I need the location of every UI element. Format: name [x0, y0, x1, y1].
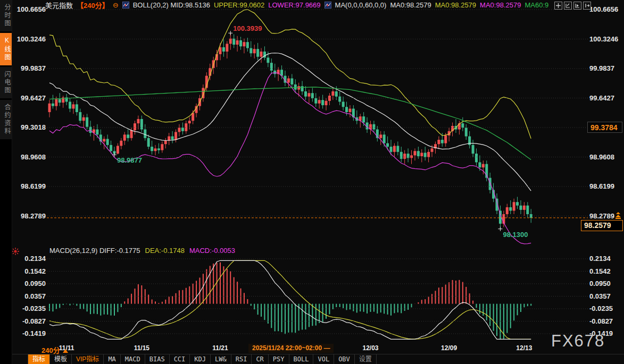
macd-axis-label-right: 0.0950	[589, 280, 623, 287]
low-annotation: 98.1300	[503, 231, 528, 239]
toolbar-button[interactable]: BIAS	[145, 354, 170, 364]
toolbar-button[interactable]: 指标	[28, 354, 50, 364]
alert-icon	[11, 247, 20, 256]
macd-axis-label: -0.1419	[15, 329, 46, 337]
chart-header: 美元指数 【240分】 ⊖ BOLL(20,2) MID:98.5136 UPP…	[45, 1, 548, 9]
toolbar-button[interactable]: CR	[252, 354, 268, 364]
macd-hist-value: MACD:-0.0053	[189, 247, 235, 255]
macd-axis-label: 0.2134	[15, 255, 46, 263]
y-axis-label-right: 100.3246	[589, 35, 623, 43]
trading-app-window: 分时图K线图闪电图合约资料 美元指数 【240分】 ⊖ BOLL(20,2) M…	[0, 0, 624, 364]
toolbar-button[interactable]: PSY	[269, 354, 289, 364]
y-axis-label-right: 98.6199	[589, 182, 623, 190]
boll-upper-value: UPPER:99.0602	[214, 1, 264, 9]
reference-price-box: 99.3784	[587, 122, 622, 133]
y-axis-label-right: 99.6427	[589, 94, 623, 102]
axis-zoom-icon[interactable]	[564, 2, 572, 10]
y-axis-label-right: 98.9608	[589, 153, 623, 161]
y-axis-label: 99.3018	[15, 123, 46, 131]
y-axis-label-right: 99.9837	[589, 64, 623, 72]
macd-header: MACD(26,12,9) DIFF:-0.1775 DEA:-0.1748 M…	[49, 247, 235, 255]
sidebar-tab-item[interactable]: 闪电图	[0, 67, 12, 98]
ma-indicator-icon	[325, 2, 331, 9]
chart-tools	[554, 2, 591, 10]
y-axis-label-right: 100.6656	[589, 5, 623, 13]
scroll-to-latest-icon[interactable]	[614, 212, 621, 219]
toolbar-button[interactable]: LW&	[211, 354, 231, 364]
toolbar-button[interactable]: MA	[104, 354, 120, 364]
boll-mid-value: BOLL(20,2) MID:98.5136	[133, 1, 210, 9]
macd-axis-label-right: -0.0827	[589, 317, 623, 325]
y-axis-label: 98.2789	[15, 212, 46, 220]
ma-params: MA(0,0,0,60,0,0)	[335, 1, 387, 9]
x-axis-label: 12/03	[362, 344, 378, 352]
pop-out-icon[interactable]	[583, 2, 591, 10]
toolbar-button[interactable]: VOL	[313, 354, 334, 364]
boll-lower-value: LOWER:97.9669	[268, 1, 320, 9]
main-pane[interactable]	[48, 10, 533, 244]
selected-candle-range: 2025/11/24 22:00~02:00 —	[248, 344, 334, 353]
period-up-triangle-icon	[63, 349, 68, 353]
toolbar-button[interactable]: CCI	[170, 354, 190, 364]
sidebar-tab-item[interactable]: 分时图	[0, 0, 12, 31]
ma0-magenta-value: MA0:98.2579	[480, 1, 521, 9]
auto-scroll-icon[interactable]	[573, 2, 581, 10]
candlestick-chart[interactable]	[0, 0, 624, 364]
ma0-white-value: MA0:98.2579	[390, 1, 431, 9]
y-axis-label: 100.6656	[15, 5, 46, 13]
ma60-value: MA60:9	[525, 1, 548, 9]
macd-axis-label-right: 0.2134	[589, 255, 623, 263]
macd-dea-value: DEA:-0.1748	[145, 247, 185, 255]
x-axis-label: 11/15	[134, 344, 149, 352]
last-price-box: 98.2579	[581, 220, 623, 231]
macd-axis-label-right: -0.0235	[589, 304, 623, 312]
y-axis-label: 98.6199	[15, 182, 46, 190]
ma0-yellow-value: MA0:98.2579	[435, 1, 476, 9]
high-annotation: 100.3939	[233, 24, 262, 32]
toolbar-button[interactable]: KDJ	[190, 354, 211, 364]
indicator-toolbar: 指标模板VIP指标MAMACDBIASCCIKDJLW&RSICRPSYBOLL…	[12, 354, 624, 364]
macd-axis-label: 0.1542	[15, 267, 46, 275]
toolbar-button[interactable]: 设置	[355, 354, 377, 364]
macd-pane[interactable]	[49, 260, 531, 339]
macd-axis-label-right: 0.0357	[589, 292, 623, 300]
collapse-icon[interactable]: ⊖	[113, 2, 119, 9]
macd-axis-label: -0.0235	[15, 304, 46, 312]
toolbar-button[interactable]: OBV	[334, 354, 355, 364]
toolbar-button[interactable]: RSI	[231, 354, 252, 364]
y-axis-label: 99.6427	[15, 94, 46, 102]
macd-axis-label-right: 0.1542	[589, 267, 623, 275]
symbol-title: 美元指数	[45, 0, 73, 10]
sidebar-tab-item[interactable]: 合约资料	[0, 100, 12, 139]
y-axis-label: 98.9608	[15, 153, 46, 161]
toolbar-button[interactable]: VIP指标	[72, 354, 104, 364]
x-axis-label: 11/21	[212, 344, 228, 352]
toolbar-button[interactable]: MACD	[121, 354, 145, 364]
sidebar-tab-active[interactable]: K线图	[0, 33, 12, 65]
watermark: FX678	[551, 332, 605, 351]
macd-axis-label: -0.0827	[15, 317, 46, 325]
macd-diff-value: MACD(26,12,9) DIFF:-0.1775	[49, 247, 140, 255]
low-annotation: 98.9877	[117, 156, 142, 164]
y-axis-label: 99.9837	[15, 64, 46, 72]
y-axis-label: 100.3246	[15, 35, 46, 43]
period-tag: 【240分】	[77, 0, 109, 10]
pan-crosshair-icon[interactable]	[554, 2, 562, 10]
chart-type-sidebar: 分时图K线图闪电图合约资料	[0, 0, 12, 364]
macd-axis-label: 0.0950	[15, 280, 46, 287]
macd-axis-label: 0.0357	[15, 292, 46, 300]
toolbar-button[interactable]: BOLL	[289, 354, 314, 364]
x-axis-label: 12/09	[441, 344, 457, 352]
toolbar-button[interactable]: 模板	[50, 354, 72, 364]
x-axis-label: 12/13	[516, 344, 532, 352]
boll-indicator-icon	[122, 2, 129, 9]
period-selector[interactable]: 240分	[41, 345, 68, 355]
